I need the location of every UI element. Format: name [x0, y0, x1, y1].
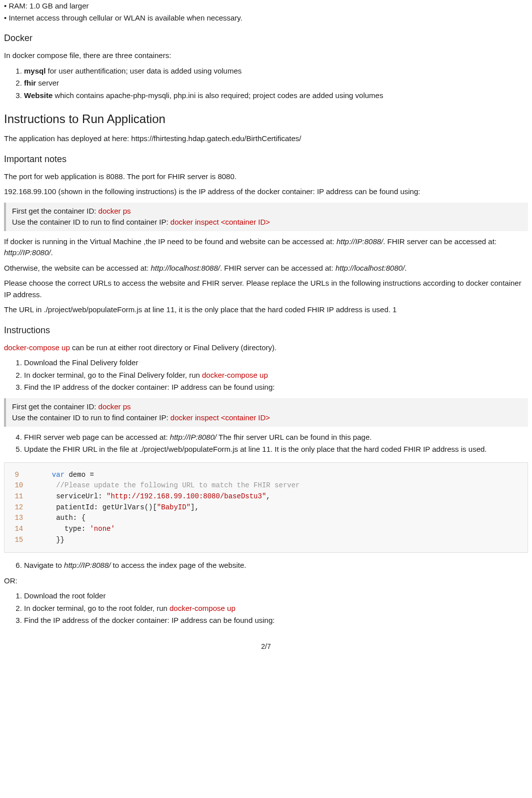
bq2-line2: Use the container ID to run to find cont…	[12, 412, 522, 424]
instr1-6: Navigate to http://IP:8088/ to access th…	[24, 560, 528, 571]
instr2-3: Find the IP address of the docker contai…	[24, 615, 528, 626]
run-app-heading: Instructions to Run Application	[4, 110, 528, 128]
instr1-1: Download the Final Delivery folder	[24, 357, 528, 369]
instructions-list-2: Download the root folder In docker termi…	[4, 590, 528, 626]
instr2-1: Download the root folder	[24, 590, 528, 602]
instructions-list-1a: Download the Final Delivery folder In do…	[4, 357, 528, 393]
instr1-4em: http://IP:8080/	[170, 433, 216, 441]
p4-b: . FHIR server can be accessed at:	[220, 264, 336, 272]
l11-str: "http://192.168.99.100:8080/baseDstu3"	[106, 492, 266, 500]
notes-p2: 192.168.99.100 (shown in the following i…	[4, 186, 528, 198]
docker-item-fhir: fhir server	[24, 78, 528, 89]
docker-item-fhir-bold: fhir	[24, 79, 36, 87]
instr1-4a: FHIR server web page can be accessed at:	[24, 433, 170, 441]
l15-a: }}	[56, 536, 64, 544]
deploy-prefix: The application has deployed at here:	[4, 134, 131, 143]
ln-13: 13	[14, 513, 26, 524]
bq2-line1: First get the container ID: docker ps	[12, 401, 522, 413]
instr1-6em: http://IP:8088/	[64, 561, 110, 569]
p4-a: Otherwise, the website can be accessed a…	[4, 264, 151, 272]
instr1-4b: The fhir server URL can be found in this…	[216, 433, 372, 441]
instructions-list-1b: FHIR server web page can be accessed at:…	[4, 432, 528, 455]
docker-item-website-rest: which contains apache-php-mysqli, php.in…	[52, 91, 383, 100]
bq1-line1: First get the container ID: docker ps	[12, 206, 522, 217]
docker-item-website: Website which contains apache-php-mysqli…	[24, 90, 528, 102]
ln-14: 14	[14, 524, 26, 535]
l10-cmt: //Please update the following URL to mat…	[56, 481, 300, 489]
kw-var: var	[52, 471, 64, 479]
or-label: OR:	[4, 575, 528, 587]
l11-b: ,	[266, 492, 270, 500]
bq2-l2b: docker inspect <container ID>	[170, 413, 270, 422]
ln-11: 11	[14, 491, 26, 502]
l14-str: 'none'	[90, 525, 114, 533]
code-block: 9 var demo = 10 //Please update the foll…	[4, 462, 528, 553]
l9-rest: demo =	[64, 471, 94, 479]
docker-item-website-bold: Website	[24, 91, 52, 100]
bullet-ram-text: RAM: 1.0 GB and larger	[8, 2, 88, 10]
ln-15: 15	[14, 535, 26, 546]
bq1-l1b: docker ps	[98, 207, 131, 215]
docker-item-mysql: mysql for user authentification; user da…	[24, 66, 528, 77]
notes-blockquote-1: First get the container ID: docker ps Us…	[4, 203, 528, 231]
instr2-2b: docker-compose up	[170, 604, 236, 612]
instr2-2: In docker terminal, go to the root folde…	[24, 603, 528, 614]
instr1-6a: Navigate to	[24, 561, 64, 569]
l12-a: patientId: getUrlVars()[	[56, 503, 157, 511]
instr1-6b: to access the index page of the website.	[110, 561, 246, 569]
notes-p1: The port for web application is 8088. Th…	[4, 171, 528, 183]
docker-item-mysql-rest: for user authentification; user data is …	[46, 67, 242, 75]
page-number: 2/7	[4, 641, 528, 652]
instr1-2b: docker-compose up	[202, 371, 268, 379]
docker-item-mysql-bold: mysql	[24, 67, 46, 75]
instructions-blockquote: First get the container ID: docker ps Us…	[4, 398, 528, 427]
notes-p6: The URL in ./project/web/populateForm.js…	[4, 304, 528, 316]
instructions-heading: Instructions	[4, 324, 528, 337]
instr1-3: Find the IP address of the docker contai…	[24, 382, 528, 393]
l12-str: "BabyID"	[157, 503, 190, 511]
ln-10: 10	[14, 480, 26, 491]
instructions-intro: docker-compose up can be run at either r…	[4, 342, 528, 354]
instr1-4: FHIR server web page can be accessed at:…	[24, 432, 528, 443]
l12-b: ],	[190, 503, 199, 511]
bq2-l1a: First get the container ID:	[12, 402, 98, 411]
p4-em1: http://localhost:8088/	[151, 264, 220, 272]
bullet-internet-text: Internet access through cellular or WLAN…	[8, 14, 242, 22]
important-notes-heading: Important notes	[4, 153, 528, 166]
bullet-internet: • Internet access through cellular or WL…	[4, 13, 528, 24]
docker-list: mysql for user authentification; user da…	[4, 66, 528, 102]
p4-c: .	[404, 264, 406, 272]
l13-a: auth: {	[56, 514, 86, 522]
bq1-l2b: docker inspect <container ID>	[170, 218, 270, 226]
p3-a: If docker is running in the Virtual Mach…	[4, 237, 336, 246]
instr1-5: Update the FHIR URL in the file at ./pro…	[24, 444, 528, 455]
ln-9: 9	[14, 470, 26, 481]
deploy-url: https://fhirtesting.hdap.gatech.edu/Birt…	[131, 134, 301, 143]
bq1-l2a: Use the container ID to run to find cont…	[12, 218, 170, 226]
instr1-2: In docker terminal, go to the Final Deli…	[24, 370, 528, 381]
deploy-line: The application has deployed at here: ht…	[4, 133, 528, 145]
bq2-l2a: Use the container ID to run to find cont…	[12, 413, 170, 422]
ln-12: 12	[14, 502, 26, 513]
notes-p4: Otherwise, the website can be accessed a…	[4, 263, 528, 274]
p3-b: . FHIR server can be accessed at:	[383, 237, 496, 246]
instr2-2a: In docker terminal, go to the root folde…	[24, 604, 170, 612]
intro-cmd: docker-compose up	[4, 343, 70, 352]
bullet-ram: • RAM: 1.0 GB and larger	[4, 1, 528, 12]
p3-c: .	[50, 248, 52, 257]
intro-rest: can be run at either root directory or F…	[70, 343, 277, 352]
l14-a: type:	[56, 525, 90, 533]
bq2-l1b: docker ps	[98, 402, 131, 411]
docker-item-fhir-rest: server	[36, 79, 59, 87]
docker-heading: Docker	[4, 32, 528, 45]
p3-em1: http://IP:8088/	[336, 237, 383, 246]
notes-p3: If docker is running in the Virtual Mach…	[4, 236, 528, 259]
p4-em2: http://localhost:8080/	[336, 264, 404, 272]
bq1-line2: Use the container ID to run to find cont…	[12, 217, 522, 228]
l11-a: serviceUrl:	[56, 492, 106, 500]
notes-p5: Please choose the correct URLs to access…	[4, 278, 528, 300]
instructions-list-1c: Navigate to http://IP:8088/ to access th…	[4, 560, 528, 571]
docker-intro: In docker compose file, there are three …	[4, 50, 528, 62]
p3-em2: http://IP:8080/	[4, 248, 50, 257]
instr1-2a: In docker terminal, go to the Final Deli…	[24, 371, 202, 379]
